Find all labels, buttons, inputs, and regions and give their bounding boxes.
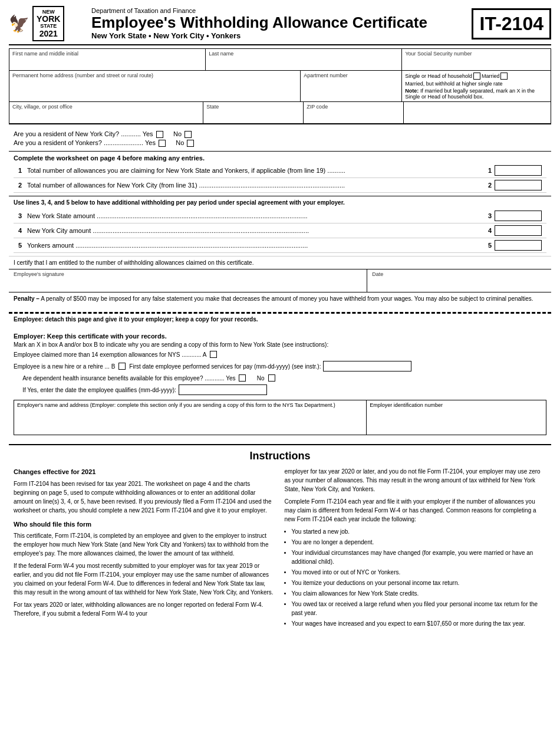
first-name-input[interactable] xyxy=(12,57,202,68)
line2-text: Total number of allowances for New York … xyxy=(27,182,480,189)
sig-cell: Employee's signature xyxy=(9,269,367,292)
health-no-label: No xyxy=(257,375,265,382)
line3-input[interactable] xyxy=(495,211,542,221)
line2-num: 2 xyxy=(18,182,27,189)
line4-row: 4 New York City amount .................… xyxy=(14,223,546,238)
employer-line-b-date-input[interactable] xyxy=(323,361,411,372)
box-a-checkbox[interactable] xyxy=(210,351,217,358)
logo-state: STATE xyxy=(37,23,60,29)
line4-num: 4 xyxy=(18,227,27,234)
changes-heading: Changes effective for 2021 xyxy=(14,467,276,477)
if-yes-date-input[interactable] xyxy=(179,384,267,395)
yonkers-no-label: No xyxy=(176,139,184,146)
note-label: Note: xyxy=(405,88,419,94)
line4-box-num: 4 xyxy=(480,227,492,234)
health-insurance-row: Are dependent health insurance benefits … xyxy=(14,374,546,382)
yonkers-no-checkbox[interactable] xyxy=(187,140,194,147)
line1-input[interactable] xyxy=(495,165,542,176)
mark-text: Mark an X in box A and/or box B to indic… xyxy=(14,341,546,348)
note-text: If married but legally separated, mark a… xyxy=(405,88,535,100)
sig-label: Employee's signature xyxy=(14,271,362,277)
line3-text: New York State amount ..................… xyxy=(27,212,480,219)
nyc-resident-row: Are you a resident of New York City? ...… xyxy=(14,130,546,138)
w4-para: If the federal Form W-4 you most recentl… xyxy=(14,561,276,597)
line5-box-num: 5 xyxy=(480,242,492,249)
line5-row: 5 Yonkers amount .......................… xyxy=(14,238,546,253)
bullet-8: Your wages have increased and you expect… xyxy=(292,619,547,628)
state-input[interactable] xyxy=(206,110,300,121)
detach-line: Employee: detach this page and give it t… xyxy=(9,312,551,325)
zip-cell: ZIP code xyxy=(304,102,404,123)
line4-input[interactable] xyxy=(495,225,542,236)
signature-row: Employee's signature Date xyxy=(9,269,551,292)
single-checkbox[interactable] xyxy=(473,73,480,80)
last-name-input[interactable] xyxy=(209,57,398,68)
married-higher-label: Married, but withhold at higher single r… xyxy=(405,81,548,87)
address-label: Permanent home address (number and stree… xyxy=(12,73,297,78)
city-label: City, village, or post office xyxy=(12,104,200,110)
complete-note-text: Complete the worksheet on page 4 before … xyxy=(14,154,546,162)
line2-box-num: 2 xyxy=(480,182,492,189)
yonkers-question: Are you a resident of Yonkers? .........… xyxy=(14,139,156,146)
ssn-input[interactable] xyxy=(405,57,548,68)
name-ssn-row: First name and middle initial Last name … xyxy=(9,49,551,71)
employer-line-b-text: Employee is a new hire or a rehire ... B xyxy=(14,363,115,370)
health-no-checkbox[interactable] xyxy=(268,374,275,382)
date-label: Date xyxy=(372,271,546,277)
yonkers-resident-row: Are you a resident of Yonkers? .........… xyxy=(14,139,546,147)
employer-ein-cell: Employer identification number xyxy=(367,400,546,435)
line1-num: 1 xyxy=(18,167,27,174)
bullet-6: You claim allowances for New York State … xyxy=(292,589,547,598)
logo-area: 🦅 NEW YORK STATE 2021 xyxy=(9,6,85,41)
marital-cell: Single or Head of household Married Marr… xyxy=(402,71,551,101)
detach-text: Employee: detach this page and give it t… xyxy=(14,316,258,323)
employer-name-row: Employer's name and address (Employer: c… xyxy=(14,400,546,435)
health-yes-checkbox[interactable] xyxy=(239,374,246,382)
col2-para1: employer for tax year 2020 or later, and… xyxy=(285,467,547,494)
zip-input[interactable] xyxy=(307,110,400,121)
special-header: Use lines 3, 4, and 5 below to have addi… xyxy=(14,199,546,206)
employer-name-label: Employer's name and address (Employer: c… xyxy=(17,402,335,408)
form-subtitle: New York State • New York City • Yonkers xyxy=(91,31,472,40)
line1-text: Total number of allowances you are claim… xyxy=(27,167,480,174)
health-question: Are dependent health insurance benefits … xyxy=(22,375,235,382)
apt-input[interactable] xyxy=(304,78,398,90)
employer-line-a: Employee claimed more than 14 exemption … xyxy=(14,351,546,358)
nyc-no-label: No xyxy=(173,130,182,137)
employer-section: Employer: Keep this certificate with you… xyxy=(9,330,551,438)
changes-para1: Form IT-2104 has been revised for tax ye… xyxy=(14,479,276,515)
form-header: 🦅 NEW YORK STATE 2021 Department of Taxa… xyxy=(9,6,551,45)
address-input[interactable] xyxy=(12,78,297,90)
zip-label: ZIP code xyxy=(307,104,400,110)
header-center: Department of Taxation and Finance Emplo… xyxy=(85,7,472,40)
line5-input[interactable] xyxy=(495,240,542,251)
complete-worksheet-section: Complete the worksheet on page 4 before … xyxy=(9,152,551,196)
nyc-no-checkbox[interactable] xyxy=(185,131,192,138)
city-input[interactable] xyxy=(12,110,200,121)
married-checkbox[interactable] xyxy=(500,73,508,80)
date-cell: Date xyxy=(367,269,551,292)
if-yes-row: If Yes, enter the date the employee qual… xyxy=(14,384,546,395)
nyc-yes-checkbox[interactable] xyxy=(156,131,163,138)
col2-bullets: You started a new job. You are no longer… xyxy=(285,527,547,628)
employer-ein-label: Employer identification number xyxy=(370,402,443,408)
box-b-checkbox[interactable] xyxy=(118,363,126,370)
last-name-cell: Last name xyxy=(206,49,402,70)
line2-input[interactable] xyxy=(495,180,542,190)
state-label: State xyxy=(206,104,300,110)
col2-para2: Complete Form IT-2104 each year and file… xyxy=(285,497,547,524)
apt-label: Apartment number xyxy=(304,73,398,78)
penalty-section: Penalty – A penalty of $500 may be impos… xyxy=(9,292,551,307)
line2-row: 2 Total number of allowances for New Yor… xyxy=(14,178,546,193)
instructions-columns: Changes effective for 2021 Form IT-2104 … xyxy=(14,467,546,632)
city-state-zip-row: City, village, or post office State ZIP … xyxy=(9,102,551,124)
special-agreement-section: Use lines 3, 4, and 5 below to have addi… xyxy=(9,196,551,257)
yonkers-yes-checkbox[interactable] xyxy=(159,140,166,147)
resident-section: Are you a resident of New York City? ...… xyxy=(9,127,551,152)
form-number: IT-2104 xyxy=(472,8,551,40)
form-title: Employee's Withholding Allowance Certifi… xyxy=(91,14,472,31)
instructions-col2: employer for tax year 2020 or later, and… xyxy=(285,467,547,632)
who-should-heading: Who should file this form xyxy=(14,520,276,530)
who-should-para: This certificate, Form IT-2104, is compl… xyxy=(14,531,276,558)
bullet-2: You are no longer a dependent. xyxy=(292,538,547,547)
